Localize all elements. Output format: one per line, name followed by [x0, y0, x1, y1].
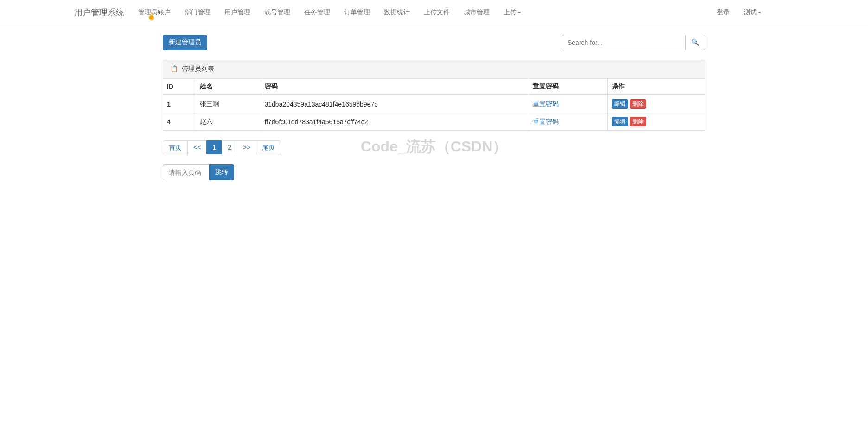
page-prev[interactable]: <<: [187, 140, 207, 154]
cell-name: 张三啊: [196, 95, 261, 113]
pagination: 首页 << 1 2 >> 尾页: [163, 140, 705, 155]
th-password: 密码: [261, 79, 529, 95]
cell-password: ff7d6fc01dd783a1f4a5615a7cff74c2: [261, 113, 529, 131]
page-jump-button[interactable]: 跳转: [209, 164, 234, 180]
page-1[interactable]: 1: [206, 140, 222, 154]
th-reset: 重置密码: [529, 79, 607, 95]
th-id: ID: [163, 79, 196, 95]
admin-table: ID 姓名 密码 重置密码 操作 1 张三啊 31dba204359a13ac4…: [163, 78, 705, 131]
nav-left: 管理员账户 部门管理 用户管理 靓号管理 任务管理 订单管理 数据统计 上传文件…: [131, 1, 528, 24]
cell-id: 4: [163, 113, 196, 131]
page-jump-group: 跳转: [163, 164, 705, 180]
nav-task-manage[interactable]: 任务管理: [297, 1, 337, 24]
nav-number-manage[interactable]: 靓号管理: [257, 1, 297, 24]
page-first[interactable]: 首页: [163, 140, 188, 155]
search-button[interactable]: 🔍: [685, 35, 705, 50]
table-row: 4 赵六 ff7d6fc01dd783a1f4a5615a7cff74c2 重置…: [163, 113, 705, 131]
nav-order-manage[interactable]: 订单管理: [337, 1, 377, 24]
nav-user-manage[interactable]: 用户管理: [217, 1, 257, 24]
table-header-row: ID 姓名 密码 重置密码 操作: [163, 79, 705, 95]
nav-admin-account[interactable]: 管理员账户: [131, 1, 178, 24]
panel-heading: 📋 管理员列表: [163, 60, 705, 78]
main-container: 新建管理员 🔍 📋 管理员列表 ID 姓名 密码 重置密码 操作: [156, 35, 712, 180]
nav-data-stats[interactable]: 数据统计: [377, 1, 417, 24]
chevron-down-icon: [517, 12, 521, 13]
nav-upload-file[interactable]: 上传文件: [417, 1, 457, 24]
page-next[interactable]: >>: [237, 140, 256, 154]
edit-button[interactable]: 编辑: [612, 117, 628, 126]
nav-city-manage[interactable]: 城市管理: [457, 1, 497, 24]
brand-link[interactable]: 用户管理系统: [67, 0, 131, 25]
cell-name: 赵六: [196, 113, 261, 131]
th-operation: 操作: [607, 79, 705, 95]
top-navbar: 用户管理系统 管理员账户 部门管理 用户管理 靓号管理 任务管理 订单管理 数据…: [0, 0, 868, 25]
edit-button[interactable]: 编辑: [612, 99, 628, 109]
search-input[interactable]: [562, 35, 686, 50]
nav-login[interactable]: 登录: [710, 1, 737, 24]
cell-id: 1: [163, 95, 196, 113]
page-2[interactable]: 2: [222, 140, 237, 154]
nav-department[interactable]: 部门管理: [178, 1, 217, 24]
nav-right: 登录 测试: [710, 1, 768, 24]
cell-password: 31dba204359a13ac481f4e16596b9e7c: [261, 95, 529, 113]
page-jump-input[interactable]: [163, 164, 209, 180]
nav-upload-dropdown[interactable]: 上传: [497, 1, 528, 24]
delete-button[interactable]: 删除: [630, 99, 646, 109]
nav-test-dropdown[interactable]: 测试: [737, 1, 768, 24]
panel-title: 管理员列表: [182, 65, 214, 72]
reset-password-link[interactable]: 重置密码: [533, 100, 559, 107]
table-row: 1 张三啊 31dba204359a13ac481f4e16596b9e7c 重…: [163, 95, 705, 113]
delete-button[interactable]: 删除: [630, 117, 646, 126]
new-admin-button[interactable]: 新建管理员: [163, 35, 207, 50]
top-action-row: 新建管理员 🔍: [163, 35, 705, 50]
search-icon: 🔍: [691, 38, 699, 46]
chevron-down-icon: [758, 12, 761, 13]
page-last[interactable]: 尾页: [256, 140, 281, 155]
th-name: 姓名: [196, 79, 261, 95]
reset-password-link[interactable]: 重置密码: [533, 118, 559, 125]
admin-list-panel: 📋 管理员列表 ID 姓名 密码 重置密码 操作 1 张三啊 31dba2043…: [163, 60, 705, 131]
search-group: 🔍: [562, 35, 705, 50]
list-icon: 📋: [170, 65, 178, 72]
